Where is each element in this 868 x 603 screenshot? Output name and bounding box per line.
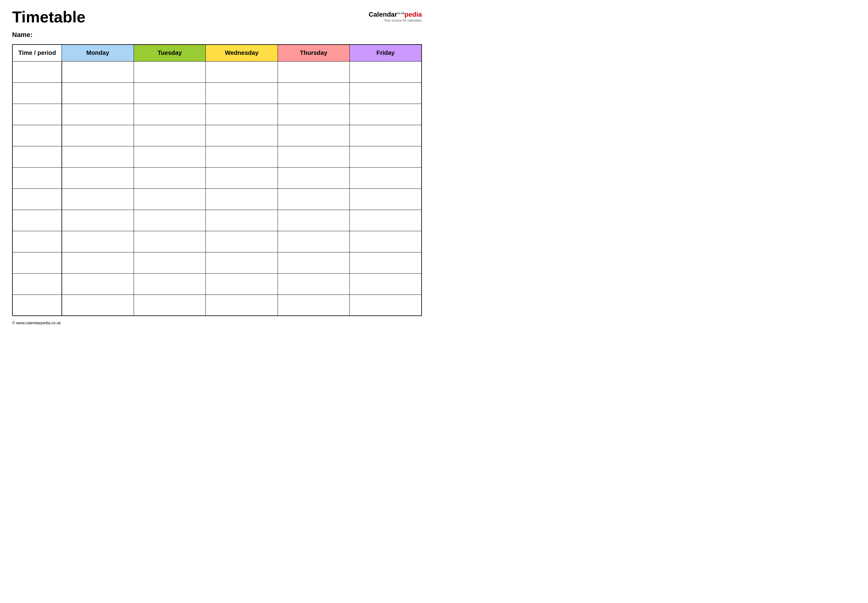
data-cell[interactable] [350,295,422,316]
data-cell[interactable] [278,273,350,295]
data-cell[interactable] [278,231,350,252]
data-cell[interactable] [62,273,134,295]
time-cell[interactable] [12,125,62,146]
data-cell[interactable] [62,146,134,167]
data-cell[interactable] [350,231,422,252]
data-cell[interactable] [62,231,134,252]
col-header-time: Time / period [12,45,62,61]
table-row [12,189,422,210]
name-label: Name: [12,31,32,39]
data-cell[interactable] [134,295,206,316]
table-row [12,273,422,295]
data-cell[interactable] [62,82,134,104]
data-cell[interactable] [206,146,278,167]
data-cell[interactable] [62,295,134,316]
time-cell[interactable] [12,252,62,273]
timetable-body [12,61,422,316]
table-row [12,61,422,82]
data-cell[interactable] [62,210,134,231]
table-row [12,125,422,146]
data-cell[interactable] [134,231,206,252]
table-row [12,210,422,231]
data-cell[interactable] [206,61,278,82]
data-cell[interactable] [62,189,134,210]
data-cell[interactable] [206,252,278,273]
data-cell[interactable] [206,82,278,104]
time-cell[interactable] [12,189,62,210]
data-cell[interactable] [350,146,422,167]
data-cell[interactable] [278,189,350,210]
data-cell[interactable] [278,125,350,146]
data-cell[interactable] [350,125,422,146]
time-cell[interactable] [12,82,62,104]
data-cell[interactable] [134,146,206,167]
data-cell[interactable] [278,104,350,125]
col-header-monday: Monday [62,45,134,61]
logo-calendar: Calendar [368,11,397,18]
data-cell[interactable] [134,61,206,82]
data-cell[interactable] [134,125,206,146]
data-cell[interactable] [206,295,278,316]
time-cell[interactable] [12,146,62,167]
header-row: Time / period Monday Tuesday Wednesday T… [12,45,422,61]
time-cell[interactable] [12,210,62,231]
data-cell[interactable] [206,273,278,295]
time-cell[interactable] [12,167,62,189]
data-cell[interactable] [278,252,350,273]
data-cell[interactable] [206,210,278,231]
data-cell[interactable] [62,167,134,189]
data-cell[interactable] [206,125,278,146]
table-row [12,104,422,125]
page-header: Timetable Calendarco.ukpedia Your source… [12,9,422,25]
data-cell[interactable] [134,189,206,210]
data-cell[interactable] [350,210,422,231]
data-cell[interactable] [62,104,134,125]
data-cell[interactable] [134,167,206,189]
data-cell[interactable] [62,125,134,146]
data-cell[interactable] [350,104,422,125]
data-cell[interactable] [134,210,206,231]
time-cell[interactable] [12,273,62,295]
footer-url: © www.calendarpedia.co.uk [12,321,61,325]
data-cell[interactable] [134,104,206,125]
time-cell[interactable] [12,231,62,252]
data-cell[interactable] [134,252,206,273]
data-cell[interactable] [350,61,422,82]
col-header-friday: Friday [350,45,422,61]
time-cell[interactable] [12,104,62,125]
data-cell[interactable] [278,210,350,231]
table-row [12,167,422,189]
timetable: Time / period Monday Tuesday Wednesday T… [12,44,422,316]
data-cell[interactable] [134,82,206,104]
data-cell[interactable] [278,295,350,316]
data-cell[interactable] [278,61,350,82]
col-header-thursday: Thursday [278,45,350,61]
data-cell[interactable] [350,189,422,210]
data-cell[interactable] [62,61,134,82]
data-cell[interactable] [350,167,422,189]
data-cell[interactable] [350,82,422,104]
col-header-wednesday: Wednesday [206,45,278,61]
logo-tagline: Your source for calendars [384,19,422,22]
time-cell[interactable] [12,295,62,316]
data-cell[interactable] [206,104,278,125]
name-section: Name: [12,31,422,39]
data-cell[interactable] [206,231,278,252]
data-cell[interactable] [350,273,422,295]
table-row [12,146,422,167]
data-cell[interactable] [206,167,278,189]
time-cell[interactable] [12,61,62,82]
logo-container: Calendarco.ukpedia Your source for calen… [368,9,422,22]
table-row [12,231,422,252]
data-cell[interactable] [278,167,350,189]
data-cell[interactable] [278,82,350,104]
table-row [12,252,422,273]
data-cell[interactable] [350,252,422,273]
data-cell[interactable] [134,273,206,295]
logo-couk: co.uk [397,11,405,15]
data-cell[interactable] [278,146,350,167]
data-cell[interactable] [62,252,134,273]
logo-pedia: pedia [405,11,422,18]
data-cell[interactable] [206,189,278,210]
table-row [12,82,422,104]
